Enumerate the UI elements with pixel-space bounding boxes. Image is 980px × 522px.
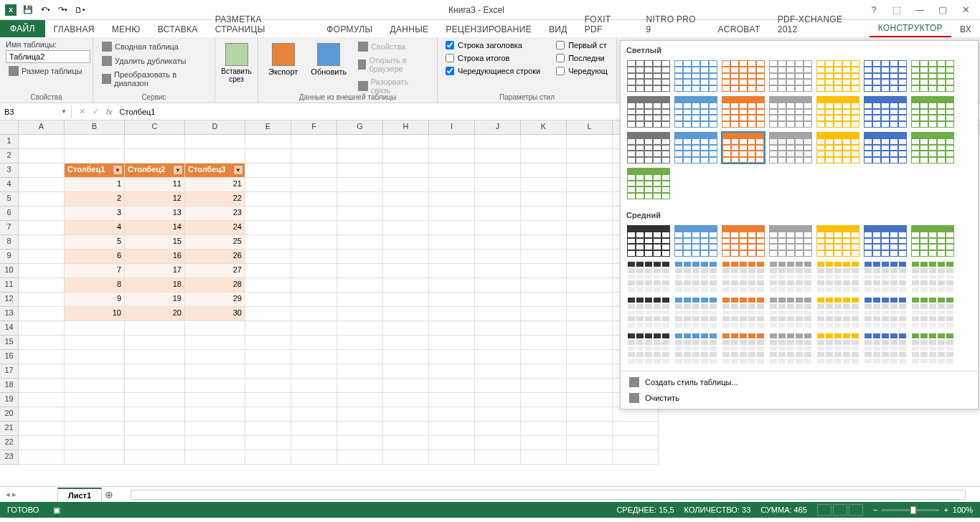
cell[interactable]	[383, 293, 429, 307]
col-header[interactable]: D	[185, 120, 245, 135]
cell[interactable]	[125, 436, 185, 450]
cell[interactable]	[185, 350, 245, 364]
row-header[interactable]: 4	[0, 178, 19, 192]
cell[interactable]	[19, 379, 65, 393]
minimize-icon[interactable]: —	[911, 3, 928, 17]
cell[interactable]	[291, 307, 337, 321]
cell[interactable]	[567, 250, 613, 264]
cell[interactable]	[429, 364, 475, 379]
row-header[interactable]: 14	[0, 321, 19, 336]
cell[interactable]	[125, 350, 185, 364]
table-style-option[interactable]	[626, 332, 671, 365]
cell[interactable]	[19, 436, 65, 450]
cell[interactable]	[521, 135, 567, 149]
cell[interactable]	[383, 163, 429, 178]
cell[interactable]	[291, 379, 337, 393]
cell[interactable]	[245, 436, 291, 450]
cell[interactable]	[19, 192, 65, 207]
tab-рецензирование[interactable]: РЕЦЕНЗИРОВАНИЕ	[437, 22, 540, 37]
row-header[interactable]: 11	[0, 278, 19, 293]
cell[interactable]: 21	[185, 178, 245, 192]
tab-pdf-xchange 2012[interactable]: PDF-XChange 2012	[769, 11, 870, 37]
cell[interactable]	[383, 350, 429, 364]
cell[interactable]	[475, 379, 521, 393]
cell[interactable]	[245, 321, 291, 336]
table-style-option[interactable]	[863, 224, 908, 257]
table-style-option[interactable]	[863, 260, 908, 293]
cell[interactable]: 28	[185, 278, 245, 293]
cell[interactable]	[185, 135, 245, 149]
cell[interactable]: Столбец1▼	[65, 163, 125, 178]
cell[interactable]	[521, 207, 567, 221]
save-icon[interactable]: 💾	[20, 2, 36, 18]
col-header[interactable]: G	[337, 120, 383, 135]
table-style-option[interactable]	[863, 131, 908, 164]
cell[interactable]	[65, 393, 125, 407]
cell[interactable]	[429, 336, 475, 350]
table-style-option[interactable]	[721, 332, 765, 365]
cell[interactable]	[613, 407, 659, 422]
cell[interactable]	[567, 422, 613, 436]
cell[interactable]	[185, 407, 245, 422]
cell[interactable]	[337, 422, 383, 436]
cell[interactable]: 20	[125, 307, 185, 321]
cell[interactable]	[475, 321, 521, 336]
cell[interactable]	[521, 450, 567, 465]
cell[interactable]	[185, 422, 245, 436]
table-style-option[interactable]	[721, 95, 765, 128]
table-name-input[interactable]	[6, 50, 90, 63]
cell[interactable]	[567, 235, 613, 250]
cell[interactable]	[65, 450, 125, 465]
row-header[interactable]: 17	[0, 364, 19, 379]
row-header[interactable]: 16	[0, 350, 19, 364]
cell[interactable]	[429, 307, 475, 321]
table-style-option[interactable]	[768, 296, 813, 329]
cell[interactable]: 14	[125, 221, 185, 235]
tab-формулы[interactable]: ФОРМУЛЫ	[318, 22, 381, 37]
cell[interactable]: Столбец2▼	[125, 163, 185, 178]
cell[interactable]	[19, 250, 65, 264]
cell[interactable]	[337, 264, 383, 278]
cell[interactable]	[475, 163, 521, 178]
cell[interactable]: 22	[185, 192, 245, 207]
cell[interactable]	[291, 450, 337, 465]
cell[interactable]: 16	[125, 250, 185, 264]
ribbon-opts-icon[interactable]: ⬚	[888, 3, 905, 17]
cell[interactable]	[125, 149, 185, 163]
cell[interactable]	[383, 235, 429, 250]
cell[interactable]	[567, 221, 613, 235]
cell[interactable]	[185, 379, 245, 393]
page-layout-button[interactable]	[833, 504, 847, 516]
cell[interactable]: 13	[125, 207, 185, 221]
row-header[interactable]: 23	[0, 450, 19, 465]
cell[interactable]	[475, 235, 521, 250]
cell[interactable]	[475, 436, 521, 450]
add-sheet-button[interactable]: ⊕	[102, 489, 116, 500]
cell[interactable]	[383, 264, 429, 278]
cell[interactable]	[429, 393, 475, 407]
row-header[interactable]: 15	[0, 336, 19, 350]
table-style-option[interactable]	[816, 60, 860, 92]
banded-rows-checkbox[interactable]: Чередующиеся строки	[443, 66, 542, 76]
cell[interactable]	[429, 221, 475, 235]
cell[interactable]	[291, 350, 337, 364]
cell[interactable]	[521, 350, 567, 364]
cell[interactable]	[337, 178, 383, 192]
cell[interactable]	[291, 293, 337, 307]
cell[interactable]	[245, 207, 291, 221]
cell[interactable]	[567, 192, 613, 207]
cell[interactable]	[65, 336, 125, 350]
cell[interactable]	[475, 149, 521, 163]
cell[interactable]	[475, 307, 521, 321]
page-break-button[interactable]	[849, 504, 863, 516]
cell[interactable]	[19, 307, 65, 321]
table-style-option[interactable]	[816, 260, 860, 293]
name-box[interactable]: B3▼	[0, 105, 72, 118]
cell[interactable]	[245, 379, 291, 393]
row-header[interactable]: 2	[0, 149, 19, 163]
cell[interactable]	[567, 364, 613, 379]
table-style-option[interactable]	[816, 95, 860, 128]
row-header[interactable]: 12	[0, 293, 19, 307]
clear-style-button[interactable]: Очистить	[626, 390, 972, 406]
cell[interactable]: 5	[65, 235, 125, 250]
